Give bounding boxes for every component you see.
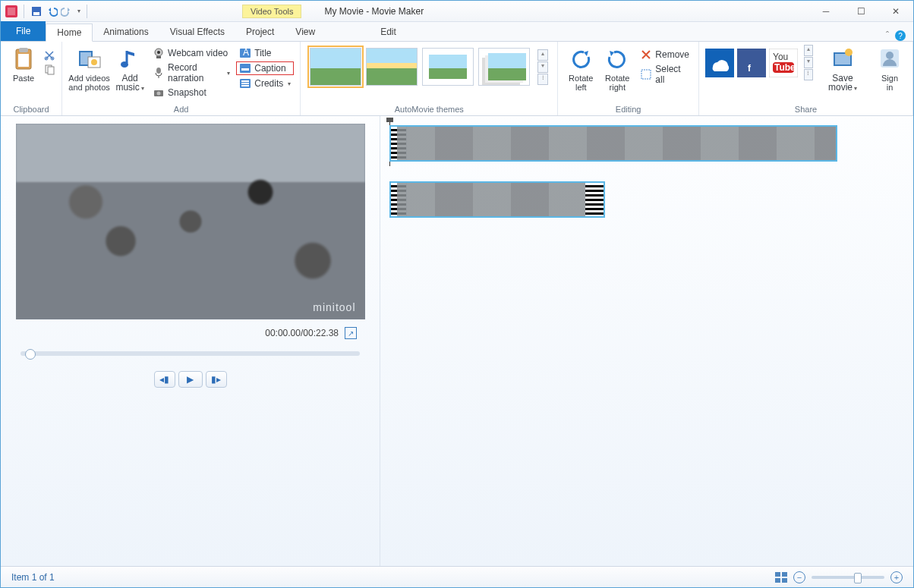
tab-edit[interactable]: Edit bbox=[370, 23, 407, 41]
storyboard-pane[interactable] bbox=[380, 116, 913, 566]
themes-more-button[interactable]: ⁞ bbox=[537, 74, 548, 85]
svg-point-17 bbox=[157, 51, 160, 54]
svg-text:Tube: Tube bbox=[774, 62, 796, 73]
rotate-right-button[interactable]: Rotate right bbox=[600, 45, 634, 93]
fullscreen-icon[interactable]: ↗ bbox=[345, 327, 357, 339]
status-bar: Item 1 of 1 − + bbox=[1, 566, 913, 587]
title-bar: ▾ Video Tools My Movie - Movie Maker ─ ☐… bbox=[1, 1, 913, 22]
tab-home[interactable]: Home bbox=[46, 24, 93, 42]
remove-button[interactable]: Remove bbox=[637, 48, 692, 61]
undo-icon[interactable] bbox=[46, 5, 58, 17]
qat-dropdown[interactable]: ▾ bbox=[77, 8, 80, 14]
svg-point-15 bbox=[121, 61, 128, 68]
record-narration-button[interactable]: Record narration▾ bbox=[150, 61, 233, 84]
next-frame-button[interactable]: ▮▸ bbox=[206, 371, 227, 388]
tab-file[interactable]: File bbox=[1, 21, 46, 41]
youtube-icon[interactable]: YouTube bbox=[769, 49, 798, 77]
scrub-bar[interactable] bbox=[20, 351, 360, 356]
group-add: Add videos and photos Add music▾ Webcam … bbox=[62, 42, 301, 115]
help-icon[interactable]: ? bbox=[895, 30, 906, 41]
group-share: f YouTube ▴ ▾ ⁞ Save movie▾ Sign in Shar… bbox=[699, 42, 913, 115]
microphone-icon bbox=[153, 67, 165, 79]
svg-rect-27 bbox=[241, 80, 249, 82]
clipboard-icon bbox=[11, 46, 36, 71]
ribbon-tabs: File Home Animations Visual Effects Proj… bbox=[1, 22, 913, 42]
title-button[interactable]: ATitle bbox=[236, 46, 294, 60]
cut-icon[interactable] bbox=[43, 49, 55, 61]
tab-animations[interactable]: Animations bbox=[93, 23, 159, 41]
thumbnails-view-icon[interactable] bbox=[775, 572, 787, 583]
share-more-button[interactable]: ⁞ bbox=[804, 69, 813, 80]
close-button[interactable]: ✕ bbox=[878, 3, 913, 20]
add-videos-button[interactable]: Add videos and photos bbox=[68, 45, 110, 93]
quick-access-toolbar: ▾ bbox=[1, 5, 90, 18]
svg-point-42 bbox=[886, 52, 894, 59]
save-icon[interactable] bbox=[30, 5, 43, 17]
user-icon bbox=[878, 46, 902, 71]
copy-icon[interactable] bbox=[43, 63, 55, 75]
svg-rect-1 bbox=[8, 8, 15, 15]
rotate-left-button[interactable]: Rotate left bbox=[564, 45, 597, 93]
theme-4[interactable] bbox=[478, 48, 530, 86]
share-up-button[interactable]: ▴ bbox=[804, 45, 813, 56]
time-display: 00:00.00/00:22.38 bbox=[265, 328, 339, 338]
tab-view[interactable]: View bbox=[285, 23, 326, 41]
minimize-button[interactable]: ─ bbox=[808, 3, 843, 20]
ribbon: Paste Clipboard Add videos and photos Ad… bbox=[1, 42, 913, 116]
redo-icon[interactable] bbox=[61, 5, 73, 17]
play-button[interactable]: ▶ bbox=[178, 371, 203, 388]
svg-rect-46 bbox=[782, 578, 787, 583]
content-area: minitool 00:00.00/00:22.38 ↗ ◂▮ ▶ ▮▸ bbox=[1, 116, 913, 566]
snapshot-button[interactable]: Snapshot bbox=[150, 86, 233, 99]
select-all-button[interactable]: Select all bbox=[637, 63, 692, 86]
svg-rect-30 bbox=[641, 70, 651, 79]
caption-button[interactable]: Caption bbox=[236, 61, 294, 75]
credits-button[interactable]: Credits▾ bbox=[236, 77, 294, 90]
tab-visual-effects[interactable]: Visual Effects bbox=[159, 23, 235, 41]
svg-rect-44 bbox=[782, 572, 787, 577]
svg-rect-10 bbox=[48, 67, 54, 74]
webcam-icon bbox=[153, 47, 165, 59]
svg-rect-29 bbox=[241, 85, 249, 86]
add-music-button[interactable]: Add music▾ bbox=[113, 45, 147, 95]
ribbon-collapse-icon[interactable]: ˆ bbox=[886, 30, 889, 41]
group-automovie-themes: ▴ ▾ ⁞ AutoMovie themes bbox=[301, 42, 558, 115]
paste-button[interactable]: Paste bbox=[7, 45, 40, 84]
themes-up-button[interactable]: ▴ bbox=[537, 49, 548, 61]
prev-frame-button[interactable]: ◂▮ bbox=[154, 371, 175, 388]
tab-project[interactable]: Project bbox=[235, 23, 285, 41]
theme-1[interactable] bbox=[310, 48, 361, 86]
zoom-out-button[interactable]: − bbox=[793, 571, 805, 583]
themes-down-button[interactable]: ▾ bbox=[537, 61, 548, 73]
svg-rect-28 bbox=[241, 83, 249, 84]
contextual-tab-video-tools: Video Tools bbox=[242, 5, 301, 18]
svg-point-40 bbox=[845, 49, 853, 56]
title-icon: A bbox=[239, 47, 251, 59]
svg-rect-6 bbox=[18, 54, 29, 67]
status-text: Item 1 of 1 bbox=[11, 572, 55, 583]
video-preview[interactable]: minitool bbox=[16, 124, 365, 319]
theme-3[interactable] bbox=[422, 48, 474, 86]
svg-rect-45 bbox=[775, 578, 780, 583]
sign-in-button[interactable]: Sign in bbox=[873, 45, 906, 93]
maximize-button[interactable]: ☐ bbox=[843, 3, 878, 20]
theme-2[interactable] bbox=[366, 48, 418, 86]
watermark: minitool bbox=[313, 301, 355, 313]
svg-point-19 bbox=[156, 68, 161, 74]
video-clip-2[interactable] bbox=[389, 181, 605, 218]
onedrive-icon[interactable] bbox=[705, 49, 734, 77]
zoom-in-button[interactable]: + bbox=[890, 571, 903, 583]
window-title: My Movie - Movie Maker bbox=[324, 6, 424, 17]
credits-icon bbox=[239, 77, 251, 90]
svg-rect-25 bbox=[241, 68, 249, 71]
facebook-icon[interactable]: f bbox=[737, 49, 766, 77]
preview-pane: minitool 00:00.00/00:22.38 ↗ ◂▮ ▶ ▮▸ bbox=[1, 116, 380, 566]
save-movie-button[interactable]: Save movie▾ bbox=[825, 45, 860, 95]
svg-rect-32 bbox=[737, 49, 766, 77]
webcam-video-button[interactable]: Webcam video bbox=[150, 46, 233, 60]
svg-text:A: A bbox=[243, 47, 249, 58]
svg-rect-18 bbox=[156, 56, 161, 58]
share-down-button[interactable]: ▾ bbox=[804, 57, 813, 68]
zoom-slider[interactable] bbox=[812, 576, 884, 579]
video-clip-1[interactable] bbox=[389, 125, 837, 162]
